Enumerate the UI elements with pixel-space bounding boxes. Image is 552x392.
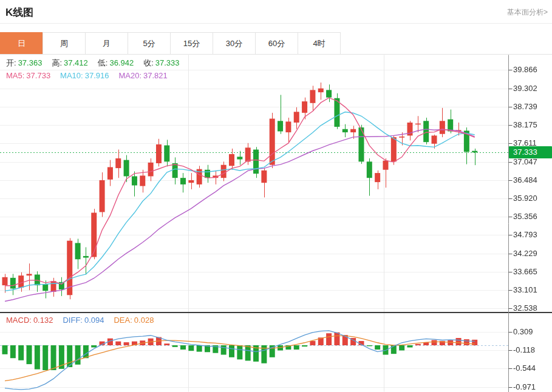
macd-row-item: DEA:0.028 xyxy=(114,316,154,325)
y-axis-label: 39.302 xyxy=(513,84,537,93)
ohlc-readout: 开:37.363高:37.412低:36.942收:37.333 xyxy=(6,58,189,69)
tab-4hour[interactable]: 4时 xyxy=(298,32,341,55)
y-axis-label: 34.793 xyxy=(513,230,537,240)
macd-y-axis-label: -0.118 xyxy=(513,345,535,355)
header-divider xyxy=(0,23,552,24)
y-axis-label: 38.739 xyxy=(513,102,537,112)
tab-15min[interactable]: 15分 xyxy=(170,32,213,55)
tab-5min[interactable]: 5分 xyxy=(128,32,171,55)
macd-y-axis-label: -0.971 xyxy=(513,382,536,392)
macd-readout: MACD:0.132DIFF:0.094DEA:0.028 xyxy=(6,316,163,325)
ohlc-row-item: 低:36.942 xyxy=(98,58,134,67)
ma-readout: MA5:37.733MA10:37.916MA20:37.821 xyxy=(6,71,177,80)
y-axis-label: 39.866 xyxy=(513,65,537,75)
macd-y-axis-label: 0.309 xyxy=(513,327,533,337)
ohlc-row-item: 高:37.412 xyxy=(52,58,87,67)
tab-60min[interactable]: 60分 xyxy=(255,32,298,55)
y-axis-label: 34.229 xyxy=(513,249,537,259)
current-price-badge: 37.333 xyxy=(509,146,552,158)
y-axis-label: 38.175 xyxy=(513,120,537,130)
tab-bar-underline xyxy=(0,54,552,55)
fundamental-analysis-link[interactable]: 基本面分析> xyxy=(507,7,548,18)
macd-row-item: DIFF:0.094 xyxy=(63,316,104,325)
ma-row-item: MA20:37.821 xyxy=(118,71,167,80)
tab-day[interactable]: 日 xyxy=(0,32,43,55)
ma-row-item: MA5:37.733 xyxy=(6,71,50,80)
tab-week[interactable]: 周 xyxy=(43,32,86,55)
y-axis-label: 33.101 xyxy=(513,285,537,295)
y-axis-label: 35.920 xyxy=(513,194,537,203)
tab-month[interactable]: 月 xyxy=(85,32,128,55)
period-tab-bar: 日周月5分15分30分60分4时 xyxy=(0,32,341,55)
ohlc-row-item: 收:37.333 xyxy=(143,58,179,67)
y-axis-label: 33.665 xyxy=(513,267,537,277)
macd-y-axis-label: -0.544 xyxy=(513,363,536,373)
macd-row-item: MACD:0.132 xyxy=(6,316,53,325)
y-axis-label: 36.484 xyxy=(513,175,537,185)
y-axis-label: 32.538 xyxy=(513,303,537,313)
tab-30min[interactable]: 30分 xyxy=(213,32,256,55)
ma-row-item: MA10:37.916 xyxy=(60,71,109,80)
ohlc-row-item: 开:37.363 xyxy=(6,58,42,67)
y-axis-label: 35.356 xyxy=(513,212,537,221)
page-title: K线图 xyxy=(5,5,33,19)
